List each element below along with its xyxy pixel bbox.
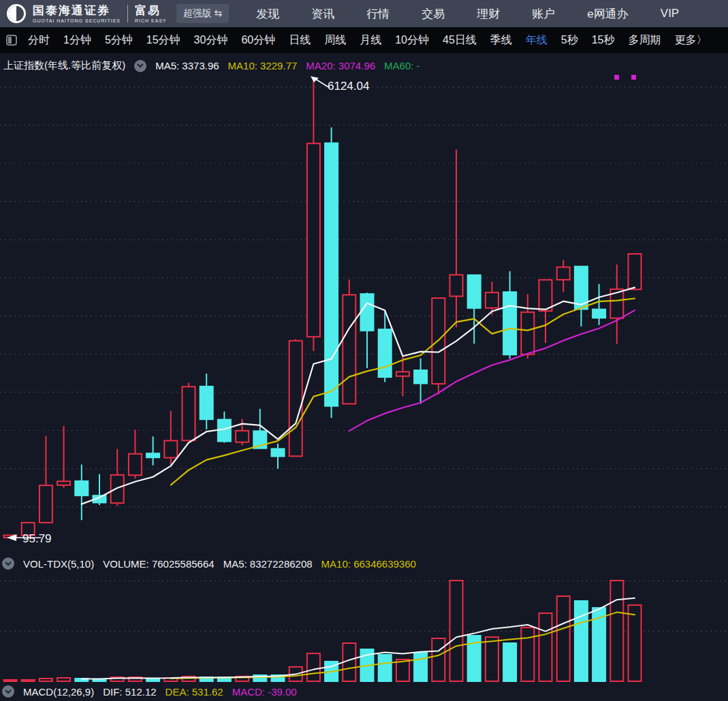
product-name: 富易 <box>135 5 167 16</box>
menu-item-4[interactable]: 交易 <box>422 6 445 22</box>
period-item-2[interactable]: 1分钟 <box>57 33 98 48</box>
chevron-down-icon[interactable] <box>2 557 14 570</box>
brand-name: 国泰海通证券 <box>33 5 121 16</box>
menu-item-6[interactable]: 账户 <box>532 6 555 22</box>
main-menu: 发现资讯行情交易理财账户e网通办VIP <box>256 6 728 22</box>
volume-pane-header: VOL-TDX(5,10) VOLUME: 76025585664MA5: 83… <box>2 557 416 570</box>
macd-label-1: DIF: 512.12 <box>103 686 156 698</box>
price-ma-label-2: MA10: 3229.77 <box>228 60 298 71</box>
macd-label-2: DEA: 531.62 <box>165 686 223 698</box>
top-navigation-bar: 国泰海通证券 GUOTAI HAITONG SECURITIES 富易 RICH… <box>0 0 728 27</box>
macd-pane-header: MACD(12,26,9) DIF: 512.12DEA: 531.62MACD… <box>2 685 297 698</box>
trading-terminal: 6124.0495.79 上证指数(年线.等比前复权) MA5: 3373.96… <box>0 0 728 701</box>
layout-split-icon[interactable] <box>6 35 17 46</box>
menu-item-2[interactable]: 资讯 <box>311 6 334 22</box>
volume-value-labels: VOLUME: 76025585664MA5: 83272286208MA10:… <box>103 558 416 570</box>
menu-item-3[interactable]: 行情 <box>366 6 390 22</box>
divider <box>127 5 128 22</box>
period-item-14[interactable]: 5秒 <box>554 33 585 48</box>
product-block: 富易 RICH EASY <box>135 5 167 23</box>
chevron-down-icon[interactable] <box>134 60 146 72</box>
period-item-7[interactable]: 日线 <box>282 33 317 48</box>
period-item-16[interactable]: 多周期 <box>622 33 668 48</box>
price-ma-label-1: MA5: 3373.96 <box>155 60 219 71</box>
price-ma-labels: MA5: 3373.96MA10: 3229.77MA20: 3074.96MA… <box>155 60 420 71</box>
menu-item-7[interactable]: e网通办 <box>587 6 628 22</box>
macd-value-labels: DIF: 512.12DEA: 531.62MACD: -39.00 <box>103 686 297 698</box>
volume-indicator-title: VOL-TDX(5,10) <box>23 558 94 570</box>
annotation-high-6124: 6124.04 <box>328 80 369 93</box>
macd-indicator-title: MACD(12,26,9) <box>23 686 94 698</box>
period-item-12[interactable]: 季线 <box>484 33 519 48</box>
chart-canvas[interactable]: 6124.0495.79 <box>0 0 728 701</box>
price-ma-label-3: MA20: 3074.96 <box>306 60 375 71</box>
period-item-17[interactable]: 更多〉 <box>668 33 714 48</box>
period-item-11[interactable]: 45日线 <box>436 33 484 48</box>
period-items: 分时1分钟5分钟15分钟30分钟60分钟日线周线月线10分钟45日线季线年线5秒… <box>21 33 714 48</box>
edition-badge[interactable]: 超强版 ⇆ <box>176 4 230 23</box>
macd-label-3: MACD: -39.00 <box>232 686 297 698</box>
menu-item-1[interactable]: 发现 <box>256 6 279 22</box>
period-item-5[interactable]: 30分钟 <box>187 33 235 48</box>
brand-logo-icon <box>7 4 26 23</box>
symbol-title: 上证指数(年线.等比前复权) <box>3 59 125 72</box>
brand-block: 国泰海通证券 GUOTAI HAITONG SECURITIES <box>33 5 121 23</box>
brand-name-en: GUOTAI HAITONG SECURITIES <box>33 18 121 23</box>
chevron-down-icon[interactable] <box>2 685 14 698</box>
period-item-6[interactable]: 60分钟 <box>234 33 282 48</box>
price-pane-header: 上证指数(年线.等比前复权) MA5: 3373.96MA10: 3229.77… <box>3 59 420 72</box>
product-name-en: RICH EASY <box>135 18 167 23</box>
price-ma-label-4: MA60: - <box>384 60 420 71</box>
period-bar: 分时1分钟5分钟15分钟30分钟60分钟日线周线月线10分钟45日线季线年线5秒… <box>0 27 728 53</box>
period-item-15[interactable]: 15秒 <box>585 33 622 48</box>
period-item-13[interactable]: 年线 <box>519 33 554 48</box>
period-item-1[interactable]: 分时 <box>21 33 57 48</box>
period-item-4[interactable]: 15分钟 <box>140 33 187 48</box>
menu-item-5[interactable]: 理财 <box>477 6 500 22</box>
volume-label-2: MA5: 83272286208 <box>223 558 313 570</box>
candlestick-chart-svg[interactable]: 6124.0495.79 <box>0 0 728 701</box>
menu-item-8[interactable]: VIP <box>661 7 679 20</box>
period-item-10[interactable]: 10分钟 <box>388 33 436 48</box>
annotation-low-9579: 95.79 <box>22 532 52 545</box>
period-item-3[interactable]: 5分钟 <box>98 33 140 48</box>
volume-label-3: MA10: 66346639360 <box>321 558 416 570</box>
period-item-8[interactable]: 周线 <box>317 33 353 48</box>
period-item-9[interactable]: 月线 <box>353 33 388 48</box>
volume-label-1: VOLUME: 76025585664 <box>103 558 214 570</box>
